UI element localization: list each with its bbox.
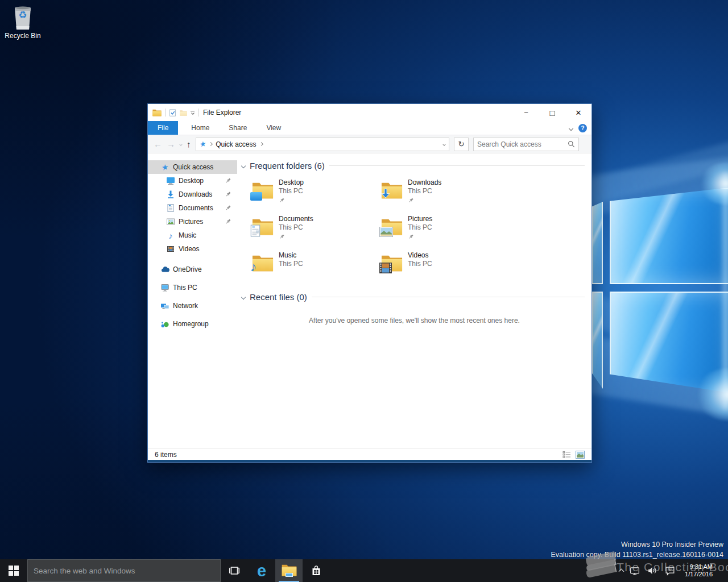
- sidebar-item-homegroup[interactable]: Homegroup: [148, 317, 237, 331]
- details-view-icon[interactable]: [562, 451, 571, 459]
- windows-logo-pane: [610, 188, 728, 284]
- folder-tile-pictures[interactable]: Pictures This PC: [381, 215, 510, 243]
- folder-tile-downloads[interactable]: Downloads This PC: [381, 178, 510, 207]
- tray-expand-icon[interactable]: [619, 569, 624, 575]
- folder-name: Music: [279, 251, 303, 260]
- forward-button[interactable]: →: [167, 140, 175, 148]
- clock-time: 9:31 AM: [685, 563, 713, 571]
- desktop: ♻ Recycle Bin Windows 10 Pro Insider Pre…: [0, 0, 728, 582]
- sidebar-item-downloads[interactable]: Downloads: [148, 188, 237, 201]
- windows-logo-pane: [610, 292, 728, 395]
- folder-view: Frequent folders (6) Desktop This PC: [237, 153, 592, 448]
- refresh-button[interactable]: ↻: [454, 138, 469, 151]
- pin-icon: [279, 234, 285, 240]
- folder-location: This PC: [408, 187, 441, 196]
- videos-icon: [166, 244, 175, 253]
- folder-location: This PC: [408, 260, 432, 268]
- network-icon[interactable]: [628, 564, 641, 577]
- action-center-icon[interactable]: [664, 564, 676, 577]
- desktop-icon: [166, 176, 175, 185]
- pin-icon: [408, 234, 414, 240]
- properties-icon[interactable]: [169, 109, 176, 117]
- breadcrumb[interactable]: Quick access: [216, 140, 256, 148]
- collapse-section-icon[interactable]: [241, 294, 246, 299]
- sidebar-item-music[interactable]: ♪ Music: [148, 228, 237, 242]
- up-button[interactable]: ↑: [187, 140, 191, 148]
- start-button[interactable]: [0, 559, 27, 582]
- frequent-folders-grid: Desktop This PC Downloads This PC: [252, 178, 587, 280]
- recent-files-empty-message: After you've opened some files, we'll sh…: [242, 317, 587, 325]
- folder-tile-music[interactable]: ♪ Music This PC: [252, 251, 381, 280]
- quick-access-star-icon: ★: [162, 162, 169, 172]
- file-explorer-button[interactable]: [275, 559, 303, 582]
- minimize-button[interactable]: −: [513, 104, 539, 121]
- folder-tile-videos[interactable]: Videos This PC: [381, 251, 510, 280]
- documents-overlay-icon: [250, 225, 260, 237]
- clock[interactable]: 9:31 AM 1/17/2016: [685, 563, 713, 578]
- edge-icon: e: [257, 563, 266, 579]
- task-view-button[interactable]: [221, 559, 248, 582]
- tab-view[interactable]: View: [257, 121, 291, 135]
- window-controls: − □ ✕: [513, 104, 592, 121]
- sidebar-item-pictures[interactable]: Pictures: [148, 215, 237, 228]
- sidebar-item-videos[interactable]: Videos: [148, 242, 237, 256]
- section-title: Frequent folders (6): [250, 161, 325, 171]
- sidebar-item-quick-access[interactable]: ★ Quick access: [148, 160, 237, 174]
- thumbnail-view-icon[interactable]: [576, 451, 585, 459]
- section-title: Recent files (0): [250, 292, 307, 302]
- navigation-pane: ★ Quick access Desktop Downloads: [148, 153, 237, 448]
- folder-tile-documents[interactable]: Documents This PC: [252, 215, 381, 243]
- collapse-section-icon[interactable]: [241, 163, 246, 168]
- breadcrumb-chevron-icon[interactable]: [259, 142, 263, 146]
- recent-locations-dropdown-icon[interactable]: [179, 143, 183, 146]
- documents-icon: [166, 203, 175, 213]
- expand-ribbon-icon[interactable]: [569, 126, 573, 130]
- task-view-icon: [228, 564, 241, 577]
- sidebar-item-label: Videos: [179, 245, 199, 253]
- sidebar-item-label: Music: [179, 231, 196, 239]
- sidebar-item-documents[interactable]: Documents: [148, 201, 237, 215]
- build-watermark: Windows 10 Pro Insider Preview Evaluatio…: [551, 539, 723, 560]
- videos-overlay-icon: [379, 263, 392, 273]
- music-overlay-icon: ♪: [250, 260, 257, 273]
- new-folder-icon[interactable]: [180, 109, 187, 117]
- store-button[interactable]: [303, 559, 330, 582]
- pin-icon: [408, 197, 414, 203]
- windows-logo-pane: [592, 200, 603, 284]
- folder-tile-desktop[interactable]: Desktop This PC: [252, 178, 381, 207]
- back-button[interactable]: ←: [154, 140, 162, 148]
- help-icon[interactable]: ?: [578, 124, 587, 132]
- edge-button[interactable]: e: [248, 559, 275, 582]
- address-bar[interactable]: ★ Quick access: [196, 138, 450, 151]
- explorer-folder-icon: [152, 109, 162, 117]
- sidebar-item-onedrive[interactable]: OneDrive: [148, 263, 237, 276]
- tab-home[interactable]: Home: [181, 121, 219, 135]
- volume-icon[interactable]: [646, 564, 659, 577]
- section-recent-files: Recent files (0): [242, 292, 587, 302]
- sidebar-item-desktop[interactable]: Desktop: [148, 174, 237, 188]
- close-button[interactable]: ✕: [565, 104, 592, 121]
- maximize-button[interactable]: □: [539, 104, 565, 121]
- address-dropdown-icon[interactable]: [442, 143, 446, 146]
- this-pc-icon: [160, 283, 169, 292]
- recycle-bin[interactable]: ♻ Recycle Bin: [5, 5, 41, 40]
- customize-toolbar-dropdown-icon[interactable]: [191, 111, 195, 114]
- sidebar-item-network[interactable]: Network: [148, 299, 237, 313]
- sidebar-item-this-pc[interactable]: This PC: [148, 281, 237, 294]
- sidebar-item-label: Quick access: [173, 163, 213, 171]
- pin-icon: [279, 197, 285, 203]
- folder-location: This PC: [279, 223, 313, 232]
- folder-name: Videos: [408, 251, 432, 260]
- pin-icon: [225, 218, 231, 225]
- system-tray: 9:31 AM 1/17/2016: [619, 559, 728, 582]
- explorer-search[interactable]: [473, 138, 579, 151]
- taskbar-search[interactable]: [27, 559, 221, 582]
- folder-location: This PC: [279, 260, 303, 268]
- taskbar-search-input[interactable]: [34, 567, 214, 575]
- tab-share[interactable]: Share: [219, 121, 257, 135]
- downloads-overlay-icon: [379, 188, 392, 201]
- explorer-search-input[interactable]: [477, 140, 568, 148]
- downloads-icon: [166, 190, 175, 199]
- breadcrumb-chevron-icon[interactable]: [209, 142, 213, 146]
- tab-file[interactable]: File: [148, 121, 178, 135]
